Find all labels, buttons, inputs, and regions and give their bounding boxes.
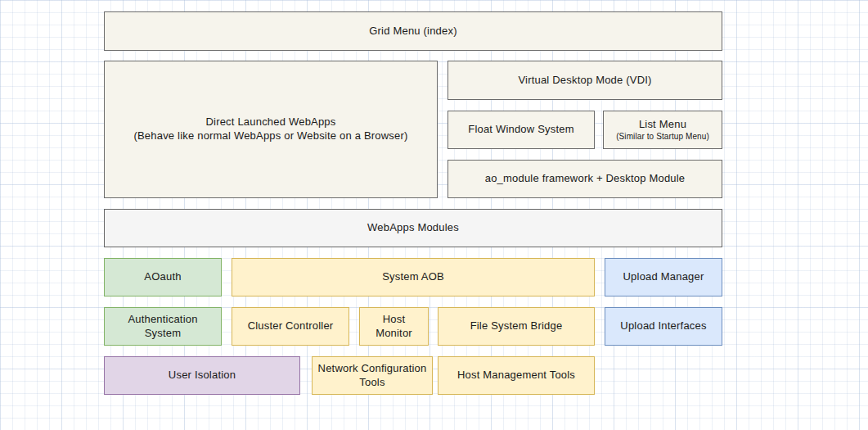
node-network-configuration-tools: Network Configuration Tools xyxy=(312,356,433,395)
node-user-isolation: User Isolation xyxy=(104,356,300,395)
node-upload-interfaces: Upload Interfaces xyxy=(605,307,722,346)
node-float-window-system: Float Window System xyxy=(447,111,595,149)
node-upload-manager-label: Upload Manager xyxy=(623,270,704,284)
node-float-window-system-label: Float Window System xyxy=(468,123,574,137)
node-user-isolation-label: User Isolation xyxy=(169,369,236,382)
node-cluster-controller-label: Cluster Controller xyxy=(248,319,334,333)
diagram-canvas: Grid Menu (index) Direct Launched WebApp… xyxy=(0,0,868,430)
node-virtual-desktop-mode-label: Virtual Desktop Mode (VDI) xyxy=(518,74,651,88)
node-upload-manager: Upload Manager xyxy=(605,258,722,296)
node-ao-module-framework: ao_module framework + Desktop Module xyxy=(447,160,722,198)
node-list-menu-title: List Menu xyxy=(639,118,686,132)
node-grid-menu: Grid Menu (index) xyxy=(104,11,722,51)
node-list-menu: List Menu (Similar to Startup Menu) xyxy=(603,111,722,149)
node-direct-launched-webapps-label: Direct Launched WebApps (Behave like nor… xyxy=(133,115,407,143)
node-list-menu-subtitle: (Similar to Startup Menu) xyxy=(616,131,709,142)
node-aoauth: AOauth xyxy=(104,258,222,296)
node-webapps-modules: WebApps Modules xyxy=(104,209,722,247)
node-cluster-controller: Cluster Controller xyxy=(232,307,349,346)
node-ao-module-framework-label: ao_module framework + Desktop Module xyxy=(485,172,686,186)
node-webapps-modules-label: WebApps Modules xyxy=(367,221,459,235)
node-file-system-bridge-label: File System Bridge xyxy=(470,319,563,333)
node-authentication-system: Authentication System xyxy=(104,307,222,346)
node-network-configuration-tools-label: Network Configuration Tools xyxy=(317,362,427,390)
node-virtual-desktop-mode: Virtual Desktop Mode (VDI) xyxy=(447,61,722,100)
node-aoauth-label: AOauth xyxy=(144,270,181,284)
node-host-management-tools: Host Management Tools xyxy=(438,356,595,395)
node-grid-menu-label: Grid Menu (index) xyxy=(369,25,456,38)
node-host-management-tools-label: Host Management Tools xyxy=(457,369,575,382)
node-system-aob-label: System AOB xyxy=(382,270,444,284)
node-host-monitor: Host Monitor xyxy=(359,307,429,346)
node-authentication-system-label: Authentication System xyxy=(110,313,216,341)
node-file-system-bridge: File System Bridge xyxy=(438,307,595,346)
node-direct-launched-webapps: Direct Launched WebApps (Behave like nor… xyxy=(104,61,438,198)
node-host-monitor-label: Host Monitor xyxy=(365,313,423,341)
node-upload-interfaces-label: Upload Interfaces xyxy=(620,319,706,333)
node-system-aob: System AOB xyxy=(232,258,595,296)
